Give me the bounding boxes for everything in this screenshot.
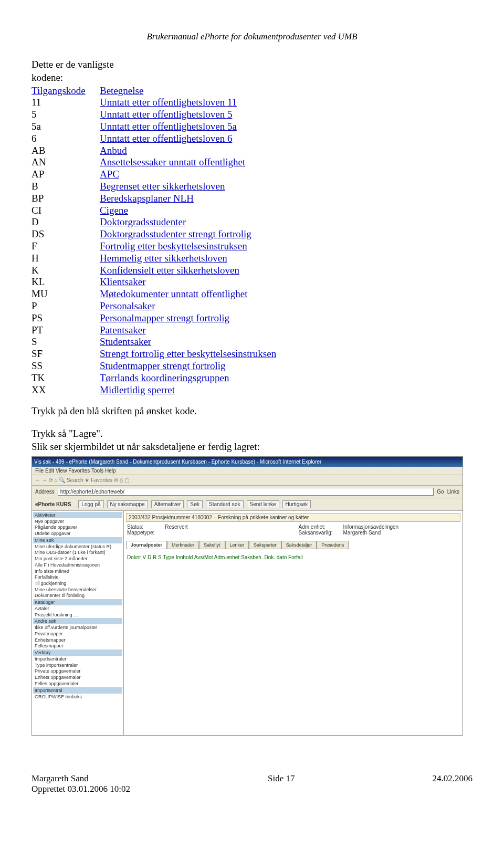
code-description-link[interactable]: Doktorgradsstudenter	[100, 216, 186, 227]
code-description-link[interactable]: Studentsaker	[100, 336, 151, 347]
nav-item[interactable]: Min post siste 2 måneder	[33, 556, 122, 562]
tab-merknader[interactable]: Merknader	[167, 541, 199, 549]
footer-author: Margareth Sand	[32, 773, 130, 784]
code-description-link[interactable]: Fortrolig etter beskyttelsesinstruksen	[100, 240, 247, 251]
tab-saksparter[interactable]: Saksparter	[249, 541, 281, 549]
code-description-link[interactable]: Begrenset etter sikkerhetsloven	[100, 181, 225, 192]
code-description-link[interactable]: Unntatt etter offentlighetsloven 5a	[100, 121, 237, 132]
status-value: Reservert	[165, 524, 187, 530]
code-row: TKTørrlands koordineringsgruppen	[32, 372, 472, 384]
code-value: 5	[32, 109, 100, 121]
nav-item[interactable]: Prosjekt forskning …	[33, 612, 122, 619]
tab-saksflyt[interactable]: Saksflyt	[199, 541, 225, 549]
code-row: FFortrolig etter beskyttelsesinstruksen	[32, 240, 472, 253]
toolbar-button[interactable]: Ny saksmappe	[107, 500, 148, 508]
code-value: CI	[32, 205, 100, 217]
code-description-link[interactable]: Unntatt etter offentlighetsloven 6	[100, 133, 232, 144]
toolbar-button[interactable]: Hurtigsøk	[282, 500, 311, 508]
toolbar-button[interactable]: Standard søk	[206, 500, 243, 508]
nav-item[interactable]: Fellesmapper	[33, 643, 122, 649]
code-row: PTPatentsaker	[32, 324, 472, 337]
tab-strip: JournalposterMerknaderSaksflytLenkerSaks…	[126, 541, 460, 549]
address-label: Address	[35, 489, 55, 495]
code-description-link[interactable]: Møtedokumenter unntatt offentlighet	[100, 288, 247, 299]
nav-item[interactable]: Felles oppgavemaler	[33, 681, 122, 687]
code-value: DS	[32, 228, 100, 240]
col-header-desc[interactable]: Betegnelse	[100, 85, 143, 96]
code-description-link[interactable]: Unntatt etter offentlighetsloven 11	[100, 97, 237, 108]
col-header-code[interactable]: Tilgangskode	[32, 85, 86, 96]
nav-section-importsentral[interactable]: Importsentral	[33, 687, 122, 694]
code-description-link[interactable]: Anbud	[100, 145, 127, 156]
nav-item[interactable]: Private oppgavemaler	[33, 668, 122, 675]
nav-item[interactable]: Mine ubesvarte henvendelser	[33, 587, 122, 593]
code-description-link[interactable]: Tørrlands koordineringsgruppen	[100, 372, 229, 383]
nav-section-kataloger[interactable]: Kataloger	[33, 599, 122, 605]
nav-item[interactable]: GROUPWISE Innboks	[33, 694, 122, 700]
screenshot-intro: Slik ser skjermbildet ut når saksdetalje…	[32, 441, 472, 453]
nav-item[interactable]: Avtaler	[33, 606, 122, 612]
nav-item[interactable]: Til godkjenning	[33, 581, 122, 587]
nav-section-aktiviteter[interactable]: Aktiviteter	[33, 512, 122, 518]
code-description-link[interactable]: Klientsaker	[100, 276, 146, 287]
code-row: DSDoktorgradsstudenter strengt fortrolig	[32, 228, 472, 240]
go-button[interactable]: Go	[437, 489, 444, 495]
toolbar-button[interactable]: Alternativer	[151, 500, 184, 508]
code-description-link[interactable]: Patentsaker	[100, 324, 146, 336]
codes-table: Tilgangskode Betegnelse 11Unntatt etter …	[32, 85, 472, 396]
nav-item[interactable]: Mine uferdige dokumenter (status R)	[33, 544, 122, 550]
tab-lenker[interactable]: Lenker	[225, 541, 249, 549]
nav-item[interactable]: Enhetsmapper	[33, 637, 122, 644]
code-value: P	[32, 300, 100, 312]
nav-item[interactable]: Enhets oppgavemaler	[33, 675, 122, 681]
code-value: BP	[32, 193, 100, 205]
nav-item[interactable]: Forfallsliste	[33, 574, 122, 581]
nav-item[interactable]: Type importsentraler	[33, 663, 122, 669]
nav-item[interactable]: Importsentraler	[33, 656, 122, 663]
code-description-link[interactable]: Midlertidig sperret	[100, 384, 175, 395]
code-row: CICigene	[32, 205, 472, 217]
code-description-link[interactable]: Konfidensielt etter sikkerhetsloven	[100, 265, 239, 276]
nav-item[interactable]: Info siste måned	[33, 569, 122, 575]
nav-item[interactable]: Privatmapper	[33, 631, 122, 637]
code-description-link[interactable]: Ansettelsessaker unntatt offentlighet	[100, 156, 245, 167]
code-description-link[interactable]: Studentmapper strengt fortrolig	[100, 360, 226, 371]
code-description-link[interactable]: Beredskapsplaner NLH	[100, 193, 194, 204]
code-description-link[interactable]: Strengt fortrolig etter beskyttelsesinst…	[100, 348, 276, 359]
nav-item[interactable]: Mine OBS-datoer (1 uke i forkant)	[33, 550, 122, 556]
nav-item[interactable]: Ikke off.vurderte journalposter	[33, 625, 122, 631]
tab-saksdetaljer[interactable]: Saksdetaljer	[281, 541, 317, 549]
code-value: S	[32, 336, 100, 348]
code-description-link[interactable]: Hemmelig etter sikkerhetsloven	[100, 253, 227, 264]
code-description-link[interactable]: Cigene	[100, 205, 128, 216]
code-description-link[interactable]: APC	[100, 169, 119, 180]
tab-presedens[interactable]: Presedens	[317, 541, 349, 549]
code-value: 11	[32, 97, 100, 109]
page-footer: Margareth Sand Opprettet 03.01.2006 10:0…	[32, 773, 472, 794]
nav-section-verktoy[interactable]: Verktøy	[33, 649, 122, 656]
code-description-link[interactable]: Personalsaker	[100, 300, 155, 311]
code-description-link[interactable]: Unntatt etter offentlighetsloven 5	[100, 109, 232, 120]
address-input[interactable]: http://ephorte1/ephorteweb/	[58, 488, 434, 496]
nav-item[interactable]: Utdelte oppgaver	[33, 531, 122, 537]
window-menubar[interactable]: File Edit View Favorites Tools Help	[32, 467, 463, 475]
toolbar-button[interactable]: Send lenke	[247, 500, 279, 508]
nav-section-andre-sok[interactable]: Andre søk	[33, 618, 122, 624]
code-row: PPersonalsaker	[32, 300, 472, 312]
links-label[interactable]: Links	[447, 489, 459, 495]
nav-section-mine-sok[interactable]: Mine søk	[33, 537, 122, 543]
embedded-screenshot: Vis sak - 499 - ePhorte (Margareth Sand …	[32, 456, 463, 736]
code-value: MU	[32, 288, 100, 300]
nav-item[interactable]: Nye oppgaver	[33, 519, 122, 525]
window-titlebar: Vis sak - 499 - ePhorte (Margareth Sand …	[32, 457, 463, 467]
nav-item[interactable]: Dokumenter til fordeling	[33, 593, 122, 599]
toolbar-button[interactable]: Søk	[187, 500, 203, 508]
code-row: KKonfidensielt etter sikkerhetsloven	[32, 265, 472, 277]
tab-journalposter[interactable]: Journalposter	[126, 541, 167, 549]
code-description-link[interactable]: Personalmapper strengt fortrolig	[100, 312, 229, 323]
case-breadcrumb: 2003/432 Prosjektnummer 4180002 – Forskn…	[126, 513, 460, 522]
code-description-link[interactable]: Doktorgradsstudenter strengt fortrolig	[100, 228, 251, 239]
nav-item[interactable]: Pågående oppgaver	[33, 525, 122, 531]
toolbar-button[interactable]: Logg på	[78, 500, 103, 508]
nav-item[interactable]: Alle F i Hovedadministrasjonen	[33, 562, 122, 569]
